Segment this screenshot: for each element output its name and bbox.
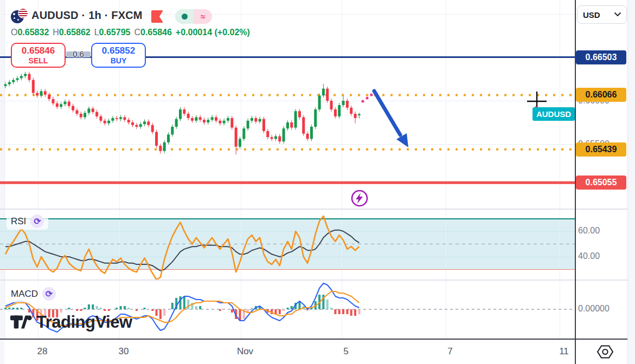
candle: [207, 120, 209, 122]
candle: [44, 91, 47, 94]
candle: [211, 117, 214, 120]
sell-price: 0.65846: [12, 46, 65, 56]
candle: [314, 109, 317, 127]
candle: [235, 128, 238, 147]
candle: [271, 137, 273, 139]
candle: [87, 108, 90, 113]
currency-selector[interactable]: USD: [577, 5, 627, 24]
time-axis-border: [0, 339, 627, 340]
candle: [48, 95, 50, 99]
candle: [92, 108, 94, 112]
extended-hours-icon: ≈: [194, 9, 212, 24]
macd-sync-icon[interactable]: ⟳: [42, 287, 56, 301]
candle: [116, 118, 118, 119]
rsi-sync-icon[interactable]: ⟳: [30, 214, 44, 228]
candle: [72, 106, 74, 110]
time-axis-label: 7: [447, 346, 452, 357]
tradingview-logo-icon: [10, 311, 33, 334]
projection-dot: [370, 93, 373, 96]
buy-button[interactable]: 0.65852 BUY: [91, 43, 146, 68]
candle: [283, 128, 285, 141]
projection-dot: [365, 96, 368, 99]
candle: [187, 114, 190, 118]
candle: [330, 101, 333, 109]
candle: [56, 103, 59, 107]
candle: [16, 78, 18, 80]
us-flag-icon: [18, 8, 28, 18]
candle: [266, 131, 269, 137]
tradingview-watermark: TradingView: [10, 311, 132, 334]
candle: [127, 120, 130, 122]
rsi-label: RSI: [11, 216, 26, 227]
candle: [139, 124, 142, 127]
pane-separator-macd[interactable]: [0, 280, 627, 281]
lightning-icon: [350, 189, 369, 207]
market-open-dot-icon: [182, 14, 188, 20]
candle: [163, 142, 166, 151]
candle: [223, 121, 226, 123]
lightning-button[interactable]: [350, 189, 369, 207]
macd-legend[interactable]: MACD ⟳: [7, 285, 60, 302]
time-axis-label: 30: [119, 346, 129, 357]
candle: [342, 101, 345, 105]
candle: [338, 105, 341, 116]
candle: [123, 117, 126, 120]
candle: [4, 84, 7, 86]
candle: [99, 116, 102, 121]
candle: [227, 118, 229, 121]
candle: [195, 117, 197, 120]
candle: [151, 125, 154, 132]
candle: [171, 127, 174, 134]
candle: [175, 119, 178, 127]
sell-button[interactable]: 0.65846 SELL: [11, 43, 66, 68]
candle: [259, 119, 261, 122]
candle: [298, 111, 301, 117]
buy-label: BUY: [92, 56, 145, 65]
candle: [230, 118, 233, 128]
market-open-indicator: [175, 9, 194, 24]
candle: [219, 121, 221, 123]
candle: [242, 128, 245, 139]
symbol-title[interactable]: AUDUSD · 1h · FXCM: [31, 9, 143, 22]
rsi-scale-60: 60.00: [578, 226, 600, 236]
candle: [167, 134, 170, 142]
time-axis[interactable]: 2830Nov5711: [4, 340, 575, 364]
rsi-legend[interactable]: RSI ⟳: [7, 213, 48, 230]
candle: [302, 117, 305, 133]
chevron-down-icon: [614, 12, 621, 17]
candle: [251, 118, 253, 121]
candle: [12, 80, 15, 82]
candle: [215, 117, 217, 120]
high-value: 0.65862: [59, 28, 91, 37]
candle: [75, 110, 78, 114]
candle: [183, 109, 185, 114]
candle: [135, 125, 138, 127]
candle: [104, 121, 106, 123]
candle: [350, 108, 352, 114]
candle: [346, 101, 349, 108]
candle: [119, 117, 122, 119]
symbol-flag-icon: [11, 8, 29, 24]
candle: [203, 120, 206, 122]
time-axis-label: 5: [343, 346, 348, 357]
candle: [63, 102, 66, 105]
candle: [278, 136, 281, 142]
macd-label: MACD: [11, 289, 38, 300]
candle: [8, 82, 11, 84]
symbol-price-label: AUDUSD: [533, 107, 575, 121]
candle: [36, 93, 39, 96]
price-level-label: 0.66503: [576, 50, 626, 64]
price-level-label: 0.65055: [576, 176, 626, 190]
trend-arrow: [374, 91, 400, 135]
candle: [60, 104, 62, 107]
chart-settings-button[interactable]: [596, 344, 614, 361]
pane-separator-rsi[interactable]: [0, 209, 627, 210]
price-level-label: 0.65439: [576, 142, 626, 157]
candle: [20, 76, 23, 78]
candle: [24, 74, 27, 76]
sell-label: SELL: [12, 56, 65, 65]
time-axis-label: 28: [37, 346, 48, 357]
projection-dot: [361, 100, 364, 102]
market-session-toggle[interactable]: ≈: [175, 9, 212, 24]
close-value: 0.65846: [140, 28, 172, 37]
